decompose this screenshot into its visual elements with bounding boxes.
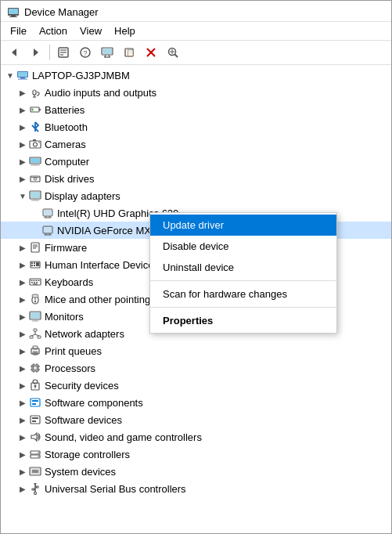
tree-item-storage[interactable]: ▶ Storage controllers (1, 446, 391, 463)
security-expander[interactable]: ▶ (16, 379, 29, 391)
system-label: System devices (45, 466, 116, 478)
properties-button[interactable] (53, 42, 74, 63)
svg-rect-56 (44, 227, 52, 233)
sound-expander[interactable]: ▶ (16, 431, 29, 443)
svg-rect-116 (32, 417, 38, 419)
sound-label: Sound, video and game controllers (45, 431, 202, 443)
svg-rect-42 (31, 165, 40, 166)
toolbar-sep-1 (49, 45, 50, 60)
window-title: Device Manager (24, 6, 99, 18)
menu-action[interactable]: Action (33, 23, 74, 38)
menu-file[interactable]: File (4, 23, 33, 38)
svg-point-44 (34, 178, 37, 180)
keyboards-label: Keyboards (45, 276, 93, 288)
tree-item-usb[interactable]: ▶ Universal Serial Bus controllers (1, 480, 391, 497)
svg-marker-4 (12, 49, 16, 56)
tree-item-software-dev[interactable]: ▶ Software devices (1, 411, 391, 428)
audio-expander[interactable]: ▶ (16, 86, 29, 99)
print-label: Print queues (45, 345, 102, 357)
human-expander[interactable]: ▶ (16, 258, 29, 271)
svg-rect-13 (102, 49, 112, 54)
ctx-uninstall-device[interactable]: Uninstall device (150, 257, 336, 278)
computer-expander[interactable]: ▶ (16, 155, 29, 168)
tree-item-processors[interactable]: ▶ Processors (1, 359, 391, 377)
disk-expander[interactable]: ▶ (16, 172, 29, 185)
svg-point-132 (34, 493, 37, 495)
usb-expander[interactable]: ▶ (16, 482, 29, 495)
svg-rect-27 (20, 78, 25, 79)
usb-label: Universal Serial Bus controllers (45, 483, 186, 495)
processors-label: Processors (45, 363, 95, 374)
back-button[interactable] (4, 42, 24, 63)
svg-rect-113 (32, 400, 38, 402)
software-dev-expander[interactable]: ▶ (16, 413, 29, 426)
svg-rect-40 (31, 158, 40, 163)
keyboards-expander[interactable]: ▶ (16, 276, 29, 288)
software-comp-expander[interactable]: ▶ (16, 396, 29, 409)
svg-line-91 (31, 334, 35, 336)
processors-expander[interactable]: ▶ (16, 362, 29, 374)
svg-point-121 (38, 452, 39, 453)
svg-rect-69 (36, 262, 39, 266)
menu-help[interactable]: Help (108, 23, 142, 38)
keyboards-icon (29, 276, 41, 288)
scan-button[interactable] (163, 42, 183, 63)
svg-rect-3 (9, 16, 17, 17)
svg-rect-78 (33, 283, 38, 284)
root-label: LAPTOP-GJ3PJMBM (32, 70, 130, 81)
audio-label: Audio inputs and outputs (45, 87, 156, 99)
svg-rect-99 (34, 366, 38, 370)
batteries-expander[interactable]: ▶ (16, 103, 29, 116)
cameras-expander[interactable]: ▶ (16, 138, 29, 150)
disk-label: Disk drives (45, 173, 95, 185)
tree-item-sound[interactable]: ▶ Sound, video and game controllers (1, 428, 391, 446)
tree-item-security[interactable]: ▶ Security devices (1, 377, 391, 394)
bluetooth-expander[interactable]: ▶ (16, 121, 29, 133)
display-expander[interactable]: ▼ (16, 189, 29, 202)
monitor-button[interactable] (97, 42, 117, 63)
tree-item-system[interactable]: ▶ System devices (1, 463, 391, 480)
print-expander[interactable]: ▶ (16, 345, 29, 357)
ctx-update-driver[interactable]: Update driver (150, 215, 336, 236)
svg-line-22 (175, 55, 178, 58)
tree-item-batteries[interactable]: ▶ Batteries (1, 101, 391, 118)
install-button[interactable]: 📋 (119, 42, 139, 63)
tree-item-computer[interactable]: ▶ Computer (1, 153, 391, 170)
svg-rect-34 (32, 109, 34, 111)
ctx-properties[interactable]: Properties (150, 310, 336, 331)
ctx-scan-changes[interactable]: Scan for hardware changes (150, 283, 336, 305)
svg-rect-60 (31, 243, 39, 252)
svg-rect-89 (38, 336, 41, 338)
menu-view[interactable]: View (74, 23, 108, 38)
bluetooth-label: Bluetooth (45, 121, 88, 133)
menu-bar: File Action View Help (1, 22, 391, 41)
tree-item-software-comp[interactable]: ▶ Software components (1, 394, 391, 411)
firmware-expander[interactable]: ▶ (16, 241, 29, 254)
monitors-expander[interactable]: ▶ (16, 310, 29, 323)
network-expander[interactable]: ▶ (16, 327, 29, 340)
help-button[interactable]: ? (75, 42, 95, 63)
storage-expander[interactable]: ▶ (16, 448, 29, 460)
tree-item-bluetooth[interactable]: ▶ Bluetooth (1, 118, 391, 135)
tree-area[interactable]: ▼ LAPTOP-GJ3PJMBM ▶ (1, 65, 391, 533)
tree-root[interactable]: ▼ LAPTOP-GJ3PJMBM (1, 67, 391, 84)
tree-item-cameras[interactable]: ▶ Cameras (1, 135, 391, 153)
uninstall-button[interactable] (141, 42, 161, 63)
tree-item-display[interactable]: ▼ Display adapters (1, 187, 391, 204)
tree-item-audio[interactable]: ▶ Audio inputs and outputs (1, 84, 391, 101)
svg-rect-48 (33, 199, 38, 200)
usb-icon (29, 482, 41, 495)
svg-point-82 (34, 301, 36, 303)
svg-rect-47 (31, 192, 40, 198)
tree-item-disk[interactable]: ▶ Disk drives (1, 170, 391, 187)
tree-item-print[interactable]: ▶ Print queues (1, 342, 391, 359)
forward-button[interactable] (26, 42, 46, 63)
storage-icon (29, 448, 41, 460)
ctx-disable-device[interactable]: Disable device (150, 236, 336, 257)
firmware-label: Firmware (45, 242, 87, 254)
mice-expander[interactable]: ▶ (16, 293, 29, 305)
system-expander[interactable]: ▶ (16, 465, 29, 478)
root-expander[interactable]: ▼ (4, 69, 16, 81)
monitors-icon (29, 310, 41, 323)
svg-rect-65 (31, 262, 33, 264)
